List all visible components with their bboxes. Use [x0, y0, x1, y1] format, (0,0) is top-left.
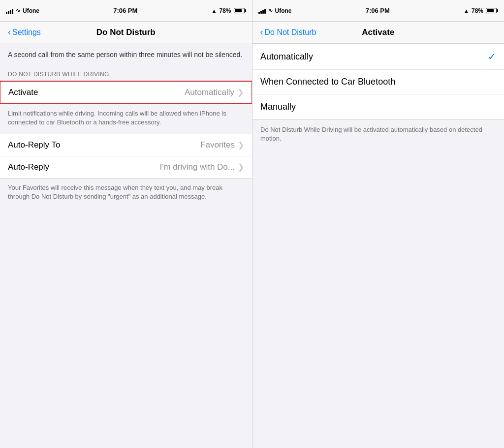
- location-icon-right: ▲: [464, 8, 469, 14]
- right-status-right: ▲ 78%: [464, 7, 498, 14]
- activate-value: Automatically: [185, 88, 234, 97]
- option-automatically[interactable]: Automatically ✓: [252, 44, 504, 70]
- time-right: 7:06 PM: [366, 7, 390, 14]
- auto-reply-to-label: Auto-Reply To: [8, 140, 60, 150]
- right-status-left: ∿ Ufone: [258, 7, 292, 14]
- right-panel: Automatically ✓ When Connected to Car Bl…: [252, 43, 504, 448]
- activate-option-description: Do Not Disturb While Driving will be act…: [252, 119, 504, 149]
- left-status-left: ∿ Ufone: [6, 7, 39, 14]
- option-manually[interactable]: Manually: [252, 94, 504, 119]
- right-back-label: Do Not Disturb: [265, 28, 316, 37]
- option-car-bluetooth-label: When Connected to Car Bluetooth: [260, 77, 395, 87]
- left-panel: A second call from the same person withi…: [0, 43, 252, 448]
- auto-reply-to-row[interactable]: Auto-Reply To Favorites ❯: [0, 134, 252, 156]
- battery-pct-right: 78%: [472, 7, 483, 14]
- auto-reply-label: Auto-Reply: [8, 162, 49, 172]
- driving-section-header: DO NOT DISTURB WHILE DRIVING: [0, 67, 252, 81]
- option-manually-label: Manually: [260, 102, 296, 112]
- option-automatically-label: Automatically: [260, 52, 313, 62]
- carrier-right: Ufone: [275, 7, 292, 14]
- right-nav-bar: ‹ Do Not Disturb Activate: [252, 22, 504, 43]
- auto-reply-row[interactable]: Auto-Reply I'm driving with Do... ❯: [0, 156, 252, 178]
- activate-value-group: Automatically ❯: [185, 88, 244, 97]
- option-car-bluetooth[interactable]: When Connected to Car Bluetooth: [252, 70, 504, 94]
- auto-reply-to-value-group: Favorites ❯: [200, 140, 244, 150]
- back-chevron-left: ‹: [8, 27, 11, 37]
- wifi-icon-left: ∿: [16, 7, 20, 14]
- right-status-bar: ∿ Ufone 7:06 PM ▲ 78%: [252, 0, 504, 21]
- activate-row[interactable]: Activate Automatically ❯: [0, 81, 252, 104]
- location-icon-left: ▲: [212, 8, 217, 14]
- check-automatically-icon: ✓: [488, 51, 496, 62]
- content-area: A second call from the same person withi…: [0, 43, 504, 448]
- left-status-bar: ∿ Ufone 7:06 PM ▲ 78%: [0, 0, 252, 21]
- auto-reply-group: Auto-Reply To Favorites ❯ Auto-Reply I'm…: [0, 134, 252, 179]
- back-chevron-right: ‹: [260, 27, 263, 37]
- auto-reply-to-chevron-icon: ❯: [238, 140, 244, 149]
- signal-icon-right: [258, 8, 266, 14]
- battery-icon-right: [486, 8, 498, 13]
- wifi-icon-right: ∿: [268, 7, 273, 14]
- left-status-right: ▲ 78%: [212, 7, 246, 14]
- left-nav-bar: ‹ Settings Do Not Disturb: [0, 22, 252, 43]
- left-back-button[interactable]: ‹ Settings: [8, 27, 41, 37]
- auto-reply-value: I'm driving with Do...: [159, 162, 235, 172]
- auto-reply-chevron-icon: ❯: [238, 162, 244, 172]
- auto-reply-description: Your Favorites will receive this message…: [0, 179, 252, 208]
- time-left: 7:06 PM: [113, 7, 137, 14]
- signal-icon-left: [6, 8, 13, 14]
- carrier-left: Ufone: [23, 7, 39, 14]
- activate-options-group: Automatically ✓ When Connected to Car Bl…: [252, 43, 504, 119]
- battery-pct-left: 78%: [219, 7, 231, 14]
- status-bars: ∿ Ufone 7:06 PM ▲ 78% ∿ Ufone 7:06 PM ▲ …: [0, 0, 504, 22]
- right-nav-title: Activate: [362, 28, 394, 37]
- left-back-label: Settings: [12, 28, 41, 37]
- activate-chevron-icon: ❯: [237, 88, 244, 97]
- activate-group: Activate Automatically ❯: [0, 81, 252, 104]
- battery-icon-left: [234, 8, 246, 13]
- auto-reply-value-group: I'm driving with Do... ❯: [159, 162, 244, 172]
- auto-reply-to-value: Favorites: [200, 140, 235, 150]
- right-back-button[interactable]: ‹ Do Not Disturb: [260, 27, 316, 37]
- driving-description: Limit notifications while driving. Incom…: [0, 104, 252, 134]
- nav-bars: ‹ Settings Do Not Disturb ‹ Do Not Distu…: [0, 22, 504, 43]
- activate-label: Activate: [8, 88, 38, 97]
- left-nav-title: Do Not Disturb: [96, 28, 156, 37]
- top-description: A second call from the same person withi…: [0, 43, 252, 67]
